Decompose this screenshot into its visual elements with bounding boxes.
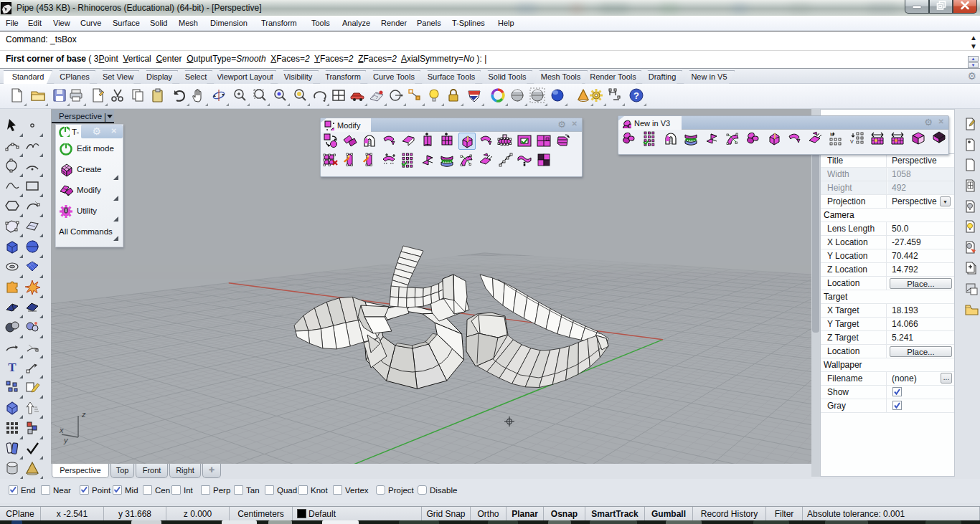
svg-text:U: U [830,132,834,137]
svg-text:z: z [81,410,86,419]
svg-text:V: V [850,139,854,144]
svg-text:T: T [8,361,17,374]
svg-text:x: x [59,426,64,434]
svg-text:?: ? [633,90,639,101]
